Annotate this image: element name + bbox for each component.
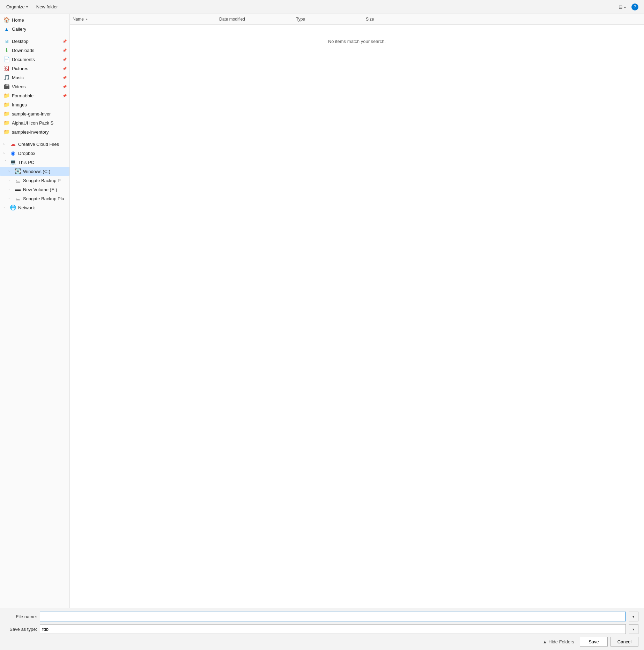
- new-volume-chevron-icon: ›: [8, 188, 13, 191]
- file-list-body: No items match your search.: [70, 25, 644, 608]
- help-icon: ?: [631, 3, 638, 10]
- savetype-row: Save as type: ▾: [6, 624, 638, 634]
- sidebar-divider-1: [0, 35, 69, 35]
- savetype-select-wrap: [40, 624, 626, 634]
- images-folder-icon: 📁: [3, 102, 10, 108]
- dropbox-icon: ◉: [10, 150, 16, 156]
- sidebar-item-windows-c-label: Windows (C:): [23, 169, 50, 174]
- downloads-pin-icon: 📌: [62, 48, 67, 52]
- network-icon: 🌐: [10, 204, 16, 211]
- home-icon: 🏠: [3, 17, 10, 23]
- sidebar-item-images[interactable]: 📁 Images: [0, 100, 69, 109]
- sidebar-item-documents[interactable]: 📄 Documents 📌: [0, 55, 69, 64]
- content-area: Name ▲ Date modified Type Size No items …: [70, 14, 644, 608]
- sidebar-item-this-pc-label: This PC: [18, 160, 34, 165]
- organize-chevron-icon: ▾: [26, 5, 28, 9]
- sidebar-item-downloads-label: Downloads: [12, 48, 34, 53]
- hide-folders-chevron-icon: ▲: [542, 639, 547, 644]
- sidebar-item-formabble-label: Formabble: [12, 93, 34, 98]
- help-button[interactable]: ?: [629, 2, 641, 12]
- save-button[interactable]: Save: [580, 637, 608, 647]
- formabble-pin-icon: 📌: [62, 94, 67, 98]
- sidebar-item-network-label: Network: [18, 205, 35, 210]
- pictures-icon: 🖼: [3, 66, 10, 72]
- cancel-button[interactable]: Cancel: [610, 637, 638, 647]
- music-icon: 🎵: [3, 74, 10, 81]
- col-header-type[interactable]: Type: [293, 15, 363, 23]
- sidebar-item-formabble[interactable]: 📁 Formabble 📌: [0, 91, 69, 100]
- sidebar-item-music[interactable]: 🎵 Music 📌: [0, 73, 69, 82]
- sidebar-item-gallery[interactable]: ▲ Gallery: [0, 24, 69, 33]
- sidebar-item-creative-cloud[interactable]: › ☁ Creative Cloud Files: [0, 140, 69, 149]
- sidebar-item-new-volume-label: New Volume (E:): [23, 187, 57, 192]
- new-folder-button[interactable]: New folder: [34, 3, 61, 11]
- cancel-label: Cancel: [617, 639, 631, 644]
- sidebar-item-desktop-label: Desktop: [12, 39, 29, 44]
- this-pc-chevron-icon: ›: [4, 160, 7, 164]
- dropbox-chevron-icon: ›: [3, 151, 8, 155]
- sidebar-item-dropbox[interactable]: › ◉ Dropbox: [0, 149, 69, 158]
- sample-game-icon: 📁: [3, 111, 10, 117]
- filename-label: File name:: [6, 614, 37, 619]
- filename-dropdown-button[interactable]: ▾: [629, 612, 638, 621]
- col-name-label: Name: [73, 17, 84, 22]
- sidebar-item-downloads[interactable]: ⬇ Downloads 📌: [0, 46, 69, 55]
- downloads-icon: ⬇: [3, 47, 10, 53]
- sidebar-item-dropbox-label: Dropbox: [18, 151, 35, 156]
- col-header-date[interactable]: Date modified: [216, 15, 293, 23]
- samples-inventory-icon: 📁: [3, 129, 10, 135]
- formabble-icon: 📁: [3, 92, 10, 99]
- creative-cloud-icon: ☁: [10, 141, 16, 147]
- organize-button[interactable]: Organize ▾: [3, 3, 31, 11]
- windows-c-chevron-icon: ›: [8, 170, 13, 173]
- col-header-name[interactable]: Name ▲: [70, 15, 216, 23]
- sidebar-item-sample-game-label: sample-game-inver: [12, 111, 51, 117]
- new-folder-label: New folder: [36, 4, 58, 9]
- sidebar-item-windows-c[interactable]: › 💽 Windows (C:): [0, 167, 69, 176]
- hide-folders-button[interactable]: ▲ Hide Folders: [540, 638, 577, 646]
- new-volume-icon: ▬: [15, 186, 21, 193]
- sidebar-item-samples-inventory[interactable]: 📁 samples-inventory: [0, 127, 69, 136]
- filename-row: File name: ▾: [6, 612, 638, 621]
- view-options-chevron-icon: ▾: [624, 6, 626, 9]
- sidebar-item-this-pc[interactable]: › 💻 This PC: [0, 158, 69, 167]
- sidebar-item-seagate1-label: Seagate Backup P: [23, 178, 61, 183]
- savetype-dropdown-button[interactable]: ▾: [629, 624, 638, 634]
- sidebar-item-home[interactable]: 🏠 Home: [0, 15, 69, 24]
- documents-icon: 📄: [3, 56, 10, 62]
- creative-cloud-chevron-icon: ›: [3, 142, 8, 146]
- sidebar-item-home-label: Home: [12, 17, 24, 23]
- documents-pin-icon: 📌: [62, 58, 67, 61]
- file-list-header: Name ▲ Date modified Type Size: [70, 14, 644, 25]
- sidebar-item-alphaui-label: AlphaUI Icon Pack S: [12, 120, 53, 126]
- sidebar-item-videos[interactable]: 🎬 Videos 📌: [0, 82, 69, 91]
- sidebar-item-network[interactable]: › 🌐 Network: [0, 203, 69, 212]
- sidebar-item-videos-label: Videos: [12, 84, 26, 89]
- gallery-icon: ▲: [3, 26, 10, 32]
- hide-folders-label: Hide Folders: [548, 639, 574, 644]
- sidebar-item-new-volume[interactable]: › ▬ New Volume (E:): [0, 185, 69, 194]
- savetype-label: Save as type:: [6, 627, 37, 632]
- col-header-size[interactable]: Size: [363, 15, 415, 23]
- alphaui-icon: 📁: [3, 120, 10, 126]
- sidebar-item-pictures[interactable]: 🖼 Pictures 📌: [0, 64, 69, 73]
- sidebar-item-sample-game[interactable]: 📁 sample-game-inver: [0, 109, 69, 118]
- sort-arrow-icon: ▲: [85, 17, 88, 21]
- sidebar-item-alphaui[interactable]: 📁 AlphaUI Icon Pack S: [0, 118, 69, 127]
- sidebar-item-desktop[interactable]: 🖥 Desktop 📌: [0, 37, 69, 46]
- seagate2-icon: 🖴: [15, 196, 21, 202]
- col-size-label: Size: [366, 17, 374, 22]
- pictures-pin-icon: 📌: [62, 67, 67, 70]
- sidebar-divider-2: [0, 138, 69, 138]
- filename-dropdown-icon: ▾: [632, 615, 634, 619]
- sidebar-item-seagate2[interactable]: › 🖴 Seagate Backup Plu: [0, 194, 69, 203]
- bottom-bar: File name: ▾ Save as type: ▾ ▲ Hide Fold…: [0, 608, 644, 650]
- savetype-dropdown-icon: ▾: [632, 627, 634, 631]
- no-items-message: No items match your search.: [328, 39, 386, 44]
- sidebar-item-seagate2-label: Seagate Backup Plu: [23, 196, 64, 201]
- sidebar-item-seagate1[interactable]: › 🖴 Seagate Backup P: [0, 176, 69, 185]
- savetype-input[interactable]: [40, 624, 626, 634]
- music-pin-icon: 📌: [62, 76, 67, 80]
- filename-input[interactable]: [40, 612, 626, 621]
- view-options-button[interactable]: ⊟ ▾: [616, 3, 628, 11]
